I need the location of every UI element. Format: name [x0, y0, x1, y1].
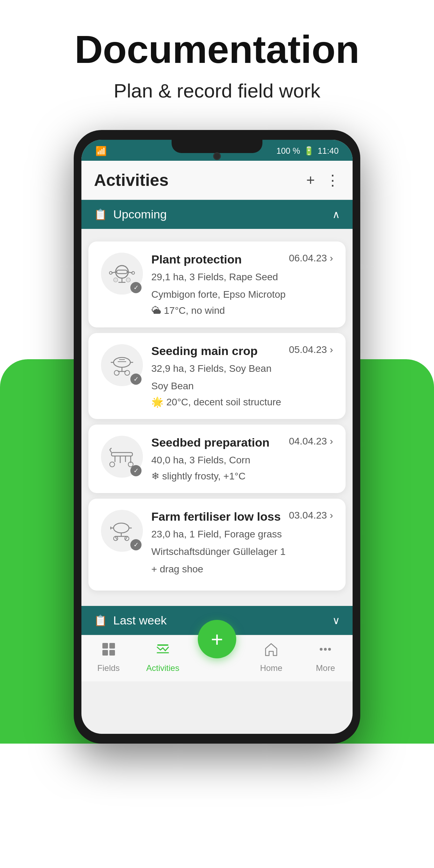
activities-nav-icon — [155, 642, 171, 660]
check-badge-3: ✓ — [130, 465, 142, 476]
weather-text-1: 17°C, no wind — [164, 305, 225, 316]
activity-weather-2: 🌟 20°C, decent soil structure — [151, 396, 333, 408]
activity-details-1a: 29,1 ha, 3 Fields, Rape Seed — [151, 270, 333, 284]
last-week-label: Last week — [113, 614, 167, 627]
header-actions: + ⋮ — [306, 172, 340, 189]
svg-point-46 — [328, 648, 331, 651]
svg-rect-39 — [109, 643, 115, 649]
last-week-chevron: ∨ — [332, 614, 340, 627]
check-badge-2: ✓ — [130, 374, 142, 385]
fab-add-button[interactable]: + — [198, 620, 236, 658]
svg-point-10 — [114, 357, 130, 367]
nav-item-fields[interactable]: Fields — [81, 642, 136, 673]
hero-section: Documentation Plan & record field work — [0, 0, 434, 116]
svg-rect-42 — [157, 644, 168, 646]
activity-arrow-3: › — [330, 436, 333, 447]
weather-icon-2: 🌟 — [151, 396, 164, 408]
activity-date-2: 05.04.23 — [289, 344, 327, 355]
activity-details-1b: Cymbigon forte, Epso Microtop — [151, 287, 333, 302]
svg-line-25 — [110, 448, 111, 450]
svg-rect-38 — [102, 643, 108, 649]
upcoming-section-header[interactable]: 📋 Upcoming ∧ — [81, 200, 353, 229]
battery-percent: 100 % — [276, 146, 300, 156]
svg-point-28 — [114, 523, 129, 533]
more-nav-label: More — [316, 663, 335, 673]
activity-card-2[interactable]: ✓ Seeding main crop 05.04.23 › 32,9 ha, … — [88, 333, 346, 419]
svg-rect-19 — [111, 453, 132, 456]
activities-nav-label: Activities — [146, 663, 179, 673]
more-nav-icon — [318, 642, 333, 660]
activity-name-1: Plant protection — [151, 253, 242, 266]
activity-details-3a: 40,0 ha, 3 Fields, Corn — [151, 453, 333, 468]
activities-list: ✓ Plant protection 06.04.23 › 29,1 ha, 3… — [81, 229, 353, 603]
activity-arrow-1: › — [330, 253, 333, 264]
phone-screen: 📶 100 % 🔋 11:40 Activities + ⋮ � — [81, 140, 353, 734]
weather-text-3: slightly frosty, +1°C — [162, 471, 246, 482]
svg-point-0 — [116, 266, 128, 278]
svg-point-9 — [126, 278, 130, 282]
calendar-icon-2: 📋 — [94, 614, 107, 627]
check-badge-4: ✓ — [130, 539, 142, 550]
activity-date-3: 04.04.23 — [289, 436, 327, 447]
add-activity-button[interactable]: + — [306, 172, 315, 189]
activity-card-4[interactable]: ✓ Farm fertiliser low loss 03.04.23 › 23… — [88, 499, 346, 591]
svg-rect-40 — [102, 650, 108, 656]
activity-arrow-2: › — [330, 344, 333, 355]
phone-notch — [172, 140, 262, 153]
activity-header-row-2: Seeding main crop 05.04.23 › — [151, 344, 333, 358]
upcoming-section-left: 📋 Upcoming — [94, 208, 167, 221]
activity-icon-wrap-3: ✓ — [101, 436, 143, 478]
activity-content-1: Plant protection 06.04.23 › 29,1 ha, 3 F… — [151, 253, 333, 316]
upcoming-label: Upcoming — [113, 208, 167, 221]
upcoming-chevron: ∧ — [332, 208, 340, 220]
check-badge-1: ✓ — [130, 282, 142, 293]
activity-details-2b: Soy Bean — [151, 379, 333, 393]
svg-rect-1 — [117, 270, 127, 274]
battery-icon: 🔋 — [304, 146, 314, 156]
activity-weather-1: 🌥 17°C, no wind — [151, 305, 333, 316]
status-bar-left: 📶 — [95, 146, 107, 157]
activity-details-4c: + drag shoe — [151, 562, 333, 577]
weather-text-2: 20°C, decent soil structure — [166, 397, 281, 408]
nav-item-more[interactable]: More — [298, 642, 353, 673]
activity-icon-wrap-2: ✓ — [101, 344, 143, 386]
activity-name-3: Seedbed preparation — [151, 436, 269, 449]
svg-point-15 — [114, 370, 119, 375]
home-nav-label: Home — [260, 663, 282, 673]
phone-area: 📶 100 % 🔋 11:40 Activities + ⋮ � — [0, 116, 434, 744]
nav-item-home[interactable]: Home — [244, 642, 298, 673]
activity-details-2a: 32,9 ha, 3 Fields, Soy Bean — [151, 361, 333, 376]
svg-point-8 — [114, 278, 118, 282]
hero-title: Documentation — [21, 28, 413, 71]
calendar-icon: 📋 — [94, 208, 107, 220]
menu-button[interactable]: ⋮ — [325, 172, 340, 189]
svg-point-26 — [110, 462, 115, 467]
svg-point-16 — [125, 370, 130, 375]
nav-item-activities[interactable]: Activities — [136, 642, 190, 673]
activity-content-3: Seedbed preparation 04.04.23 › 40,0 ha, … — [151, 436, 333, 482]
app-header: Activities + ⋮ — [81, 161, 353, 200]
activity-date-1: 06.04.23 — [289, 253, 327, 264]
activity-card-1[interactable]: ✓ Plant protection 06.04.23 › 29,1 ha, 3… — [88, 241, 346, 327]
activity-header-row-1: Plant protection 06.04.23 › — [151, 253, 333, 266]
activity-arrow-4: › — [330, 510, 333, 521]
svg-point-45 — [324, 648, 327, 651]
activity-icon-wrap-1: ✓ — [101, 253, 143, 295]
activity-details-4b: Wirtschaftsdünger Güllelager 1 — [151, 544, 333, 559]
svg-point-44 — [320, 648, 323, 651]
phone-mockup: 📶 100 % 🔋 11:40 Activities + ⋮ � — [74, 130, 360, 744]
activity-date-row-4: 03.04.23 › — [289, 510, 333, 521]
activity-date-4: 03.04.23 — [289, 510, 327, 521]
last-week-section-left: 📋 Last week — [94, 614, 167, 627]
weather-icon-1: 🌥 — [151, 305, 161, 316]
svg-rect-41 — [109, 650, 115, 656]
activity-name-2: Seeding main crop — [151, 344, 258, 358]
fab-container: + — [198, 620, 236, 658]
bottom-nav: + Fields — [81, 635, 353, 681]
activity-card-3[interactable]: ✓ Seedbed preparation 04.04.23 › 40,0 ha… — [88, 425, 346, 493]
activity-header-row-4: Farm fertiliser low loss 03.04.23 › — [151, 510, 333, 523]
activity-weather-3: ❄ slightly frosty, +1°C — [151, 470, 333, 482]
activity-details-4a: 23,0 ha, 1 Field, Forage grass — [151, 527, 333, 542]
wifi-icon: 📶 — [95, 146, 107, 157]
home-nav-icon — [263, 642, 279, 660]
